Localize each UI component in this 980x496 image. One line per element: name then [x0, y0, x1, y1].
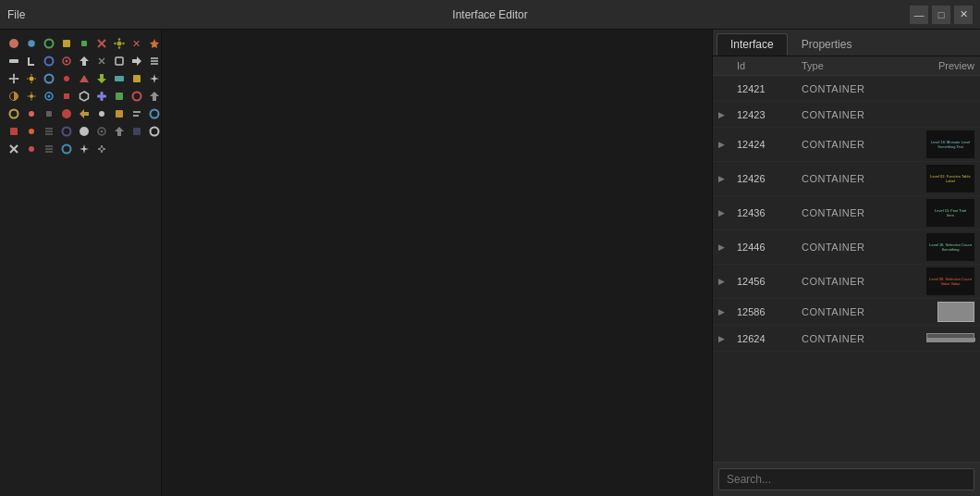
icon-cell[interactable]	[6, 105, 22, 122]
expand-arrow-icon[interactable]: ▶	[718, 334, 725, 343]
icon-cell[interactable]	[41, 53, 57, 69]
maximize-button[interactable]: □	[932, 6, 950, 24]
icon-cell[interactable]	[76, 123, 92, 140]
row-expand[interactable]: ▶	[718, 242, 737, 252]
icon-cell[interactable]	[6, 123, 22, 140]
row-expand[interactable]: ▶	[718, 110, 737, 119]
row-type: CONTAINER	[802, 333, 894, 344]
row-expand[interactable]: ▶	[718, 334, 737, 343]
icon-cell[interactable]	[93, 88, 110, 105]
icon-cell[interactable]	[111, 105, 128, 122]
row-expand[interactable]: ▶	[718, 277, 737, 286]
icon-cell[interactable]	[111, 70, 128, 87]
icon-cell[interactable]	[111, 35, 128, 52]
table-row[interactable]: ▶ 12446 CONTAINER Level 16: Selection Co…	[713, 230, 980, 265]
icon-cell[interactable]	[41, 70, 57, 87]
icon-cell[interactable]	[58, 141, 75, 157]
table-row[interactable]: ▶ 12436 CONTAINER Level 15: Fast TraitIt…	[713, 196, 980, 230]
icon-cell[interactable]	[93, 70, 110, 87]
icon-cell[interactable]	[6, 141, 22, 157]
icon-cell[interactable]	[111, 123, 128, 140]
row-expand[interactable]: ▶	[718, 174, 737, 183]
icon-cell[interactable]	[76, 70, 92, 87]
icon-cell[interactable]	[23, 105, 40, 122]
icon-cell[interactable]	[23, 35, 40, 52]
icon-cell[interactable]	[76, 35, 92, 52]
row-id: 12624	[737, 333, 802, 344]
row-expand[interactable]: ▶	[718, 208, 737, 217]
icon-cell[interactable]: ✕	[129, 35, 145, 52]
expand-arrow-icon[interactable]: ▶	[718, 307, 725, 316]
icon-cell[interactable]	[111, 53, 128, 69]
svg-point-83	[29, 146, 34, 152]
icon-cell[interactable]	[146, 53, 162, 69]
icon-cell[interactable]	[58, 123, 75, 140]
icon-cell[interactable]	[23, 141, 40, 157]
icon-cell[interactable]	[111, 88, 128, 105]
icon-cell[interactable]	[41, 105, 57, 122]
icon-cell[interactable]	[23, 123, 40, 140]
icon-cell[interactable]	[6, 53, 22, 69]
icon-cell[interactable]	[76, 105, 92, 122]
icon-cell[interactable]	[129, 123, 145, 140]
icon-cell[interactable]	[146, 105, 162, 122]
expand-arrow-icon[interactable]: ▶	[718, 140, 725, 149]
icon-cell[interactable]	[76, 53, 92, 69]
icon-cell[interactable]	[129, 70, 145, 87]
svg-point-37	[45, 75, 54, 83]
icon-cell[interactable]	[41, 141, 57, 157]
file-menu[interactable]: File	[7, 8, 25, 21]
icon-cell[interactable]	[41, 123, 57, 140]
tab-properties[interactable]: Properties	[788, 33, 866, 56]
minimize-button[interactable]: —	[910, 6, 928, 24]
icon-cell[interactable]	[129, 88, 145, 105]
row-expand[interactable]: ▶	[718, 140, 737, 149]
svg-point-2	[45, 40, 54, 48]
icon-cell[interactable]	[93, 105, 110, 122]
icon-cell[interactable]	[58, 53, 75, 69]
icon-cell[interactable]	[129, 105, 145, 122]
icon-cell[interactable]	[146, 123, 162, 140]
icon-cell[interactable]	[93, 35, 110, 52]
icon-cell[interactable]	[41, 88, 57, 105]
icon-cell[interactable]	[6, 70, 22, 87]
search-input[interactable]	[718, 468, 974, 490]
table-row[interactable]: ▶ 12456 CONTAINER Level 00: Selection Co…	[713, 265, 980, 299]
icon-cell[interactable]	[146, 35, 162, 52]
icon-cell[interactable]	[58, 88, 75, 105]
table-row[interactable]: ▶ 12586 CONTAINER	[713, 299, 980, 326]
icon-cell[interactable]	[76, 141, 92, 157]
close-button[interactable]: ✕	[954, 6, 973, 24]
icon-cell[interactable]	[76, 88, 92, 105]
table-row[interactable]: ▶ 12426 CONTAINER Level 02: Function Tab…	[713, 162, 980, 196]
icon-cell[interactable]	[93, 141, 110, 157]
icon-cell[interactable]	[129, 53, 145, 69]
svg-rect-41	[115, 76, 124, 81]
svg-point-59	[10, 110, 18, 118]
icon-cell[interactable]	[93, 123, 110, 140]
table-row[interactable]: ▶ 12424 CONTAINER Level 16: Monster Leve…	[713, 128, 980, 162]
icon-cell[interactable]	[93, 53, 110, 69]
table-row[interactable]: 12421 CONTAINER	[713, 76, 980, 102]
expand-arrow-icon[interactable]: ▶	[718, 277, 725, 286]
icon-cell[interactable]	[58, 35, 75, 52]
icon-cell[interactable]	[6, 35, 22, 52]
table-row[interactable]: ▶ 12624 CONTAINER	[713, 326, 980, 352]
expand-arrow-icon[interactable]: ▶	[718, 110, 725, 119]
icon-cell[interactable]	[58, 105, 75, 122]
row-expand[interactable]: ▶	[718, 307, 737, 316]
icon-cell[interactable]	[58, 70, 75, 87]
expand-arrow-icon[interactable]: ▶	[718, 242, 725, 252]
icon-cell[interactable]	[23, 70, 40, 87]
icon-cell[interactable]	[146, 70, 162, 87]
icon-cell[interactable]	[41, 35, 57, 52]
tab-interface[interactable]: Interface	[717, 33, 788, 56]
expand-arrow-icon[interactable]: ▶	[718, 174, 725, 183]
table-row[interactable]: ▶ 12423 CONTAINER	[713, 102, 980, 128]
icon-cell[interactable]	[146, 88, 162, 105]
icon-cell[interactable]	[23, 88, 40, 105]
expand-arrow-icon[interactable]: ▶	[718, 208, 725, 217]
icon-cell[interactable]	[23, 53, 40, 69]
icon-cell[interactable]	[6, 88, 22, 105]
window-title: Interface Editor	[452, 8, 527, 21]
